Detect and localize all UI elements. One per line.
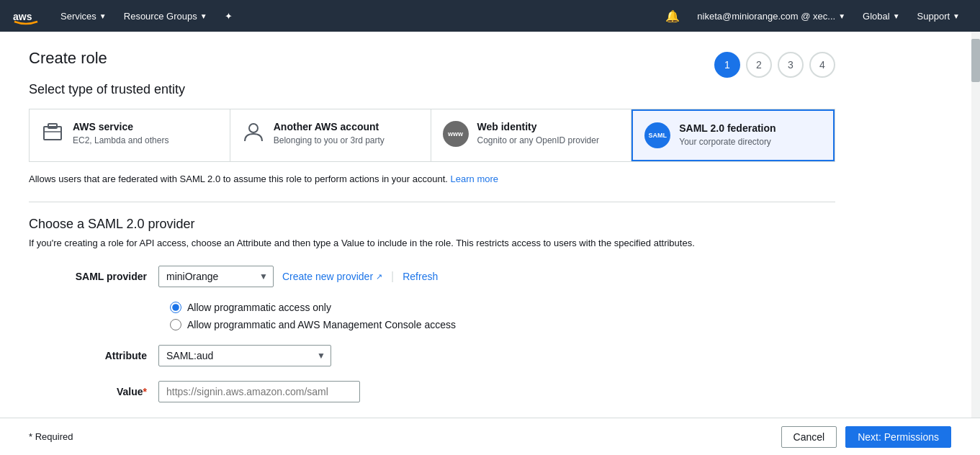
required-asterisk: *: [143, 386, 147, 397]
saml-circle-icon: SAML: [644, 122, 670, 148]
saml-provider-label: SAML provider: [29, 271, 158, 282]
saml-title: SAML 2.0 federation: [679, 122, 776, 134]
user-chevron-icon: ▼: [838, 12, 845, 20]
attribute-label: Attribute: [29, 350, 158, 361]
trusted-entity-title: Select type of trusted entity: [29, 82, 835, 97]
refresh-link[interactable]: Refresh: [403, 271, 438, 282]
value-input[interactable]: [158, 381, 360, 402]
next-permissions-button[interactable]: Next: Permissions: [845, 426, 951, 448]
attribute-select-wrapper: SAML:aud SAML:sub SAML:iss ▼: [158, 345, 331, 366]
resource-groups-chevron-icon: ▼: [200, 12, 207, 20]
choose-provider-desc: If you're creating a role for API access…: [29, 238, 706, 248]
access-type-radio-group: Allow programmatic access only Allow pro…: [170, 302, 835, 330]
entity-card-web-identity[interactable]: www Web identity Cognito or any OpenID p…: [431, 109, 632, 161]
saml-icon: SAML: [644, 122, 670, 148]
user-account-nav[interactable]: niketa@miniorange.com @ xec... ▼: [688, 0, 854, 32]
saml-desc: Your corporate directory: [679, 137, 776, 147]
scrollbar-track: [971, 32, 980, 418]
header-row: Create role 1 2 3 4: [29, 49, 835, 82]
attribute-controls: SAML:aud SAML:sub SAML:iss ▼: [158, 345, 331, 366]
notification-bell-icon[interactable]: 🔔: [657, 0, 688, 32]
create-new-provider-link[interactable]: Create new provider ↗: [282, 271, 382, 282]
saml-provider-controls: miniOrange ▼ Create new provider ↗ | Ref…: [158, 266, 438, 287]
saml-info-text: Allows users that are federated with SAM…: [29, 174, 835, 184]
www-icon: www: [443, 121, 469, 147]
scrollbar-thumb[interactable]: [971, 39, 980, 82]
entity-card-another-account[interactable]: Another AWS account Belonging to you or …: [230, 109, 431, 161]
step-4: 4: [809, 52, 835, 78]
web-identity-title: Web identity: [477, 121, 599, 132]
region-chevron-icon: ▼: [893, 12, 900, 20]
aws-service-icon: [41, 121, 64, 144]
aws-service-desc: EC2, Lambda and others: [73, 135, 168, 145]
region-nav[interactable]: Global ▼: [854, 0, 908, 32]
entity-card-saml[interactable]: SAML SAML 2.0 federation Your corporate …: [631, 109, 835, 161]
bottom-bar: * Required Cancel Next: Permissions: [0, 418, 980, 455]
another-account-title: Another AWS account: [274, 121, 385, 132]
section-divider: [29, 202, 835, 202]
saml-provider-row: SAML provider miniOrange ▼ Create new pr…: [29, 266, 835, 287]
main-content: Create role 1 2 3 4 Select type of trust…: [0, 32, 864, 455]
entity-card-aws-service[interactable]: AWS service EC2, Lambda and others: [30, 109, 230, 161]
web-identity-icon: www: [443, 121, 469, 147]
web-identity-desc: Cognito or any OpenID provider: [477, 135, 599, 145]
svg-text:aws: aws: [13, 11, 32, 22]
separator: |: [391, 270, 394, 283]
value-row: Value*: [29, 381, 835, 402]
value-controls: [158, 381, 360, 402]
step-3: 3: [778, 52, 804, 78]
another-account-icon: [242, 121, 265, 144]
resource-groups-nav[interactable]: Resource Groups ▼: [115, 0, 216, 32]
entity-cards: AWS service EC2, Lambda and others Anoth…: [29, 109, 835, 162]
another-account-desc: Belonging to you or 3rd party: [274, 135, 385, 145]
aws-service-title: AWS service: [73, 121, 168, 132]
pin-icon: ✦: [225, 11, 233, 22]
services-chevron-icon: ▼: [99, 12, 107, 20]
radio-programmatic-console[interactable]: Allow programmatic and AWS Management Co…: [170, 319, 835, 330]
support-nav[interactable]: Support ▼: [909, 0, 968, 32]
saml-provider-select[interactable]: miniOrange: [158, 266, 274, 287]
support-chevron-icon: ▼: [953, 12, 960, 20]
saml-text: SAML 2.0 federation Your corporate direc…: [679, 122, 776, 147]
external-link-icon: ↗: [376, 272, 382, 281]
pin-icon-nav[interactable]: ✦: [216, 0, 241, 32]
services-nav[interactable]: Services ▼: [52, 0, 115, 32]
cancel-button[interactable]: Cancel: [781, 426, 837, 448]
radio-programmatic-only-input[interactable]: [170, 302, 181, 313]
bottom-actions: Cancel Next: Permissions: [781, 426, 951, 448]
step-1: 1: [714, 52, 740, 78]
choose-provider-title: Choose a SAML 2.0 provider: [29, 217, 835, 232]
required-note: * Required: [29, 431, 73, 442]
another-account-text: Another AWS account Belonging to you or …: [274, 121, 385, 145]
radio-programmatic-only[interactable]: Allow programmatic access only: [170, 302, 835, 313]
top-nav: aws Services ▼ Resource Groups ▼ ✦ 🔔 nik…: [0, 0, 980, 32]
attribute-select[interactable]: SAML:aud SAML:sub SAML:iss: [158, 345, 331, 366]
learn-more-link[interactable]: Learn more: [451, 174, 498, 184]
svg-point-4: [249, 124, 258, 132]
web-identity-text: Web identity Cognito or any OpenID provi…: [477, 121, 599, 145]
steps-row: 1 2 3 4: [714, 49, 835, 78]
value-label: Value*: [29, 386, 158, 397]
radio-programmatic-console-input[interactable]: [170, 319, 181, 330]
step-2: 2: [746, 52, 772, 78]
nav-right: 🔔 niketa@miniorange.com @ xec... ▼ Globa…: [657, 0, 968, 32]
page-title: Create role: [29, 49, 107, 68]
saml-provider-select-wrapper: miniOrange ▼: [158, 266, 274, 287]
attribute-row: Attribute SAML:aud SAML:sub SAML:iss ▼: [29, 345, 835, 366]
aws-logo: aws: [12, 6, 40, 26]
aws-service-text: AWS service EC2, Lambda and others: [73, 121, 168, 145]
